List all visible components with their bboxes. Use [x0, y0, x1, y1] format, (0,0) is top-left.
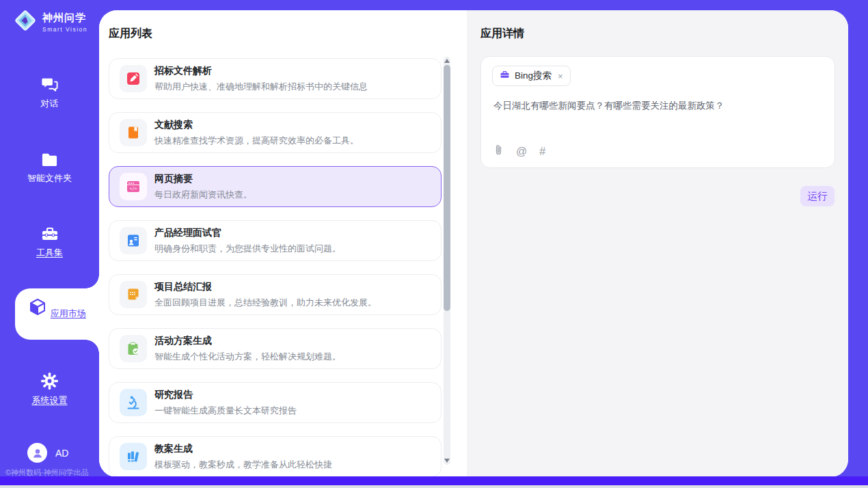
- main-panel: 应用列表 招标文件解析 帮助用户快速、准确地理解和解析招标书中的关键信息 文献搜…: [99, 10, 848, 477]
- app-card-title: 文献搜索: [154, 119, 359, 131]
- active-tab-curve-bottom: [85, 340, 99, 353]
- book-icon: [120, 119, 147, 146]
- app-card-7[interactable]: 教案生成 模板驱动，教案秒成，教学准备从此轻松快捷: [109, 436, 442, 477]
- app-card-2[interactable]: </> 网页摘要 每日政府新闻资讯快查。: [109, 166, 442, 207]
- app-card-desc: 每日政府新闻资讯快查。: [154, 189, 252, 201]
- sidebar-item-toolset[interactable]: 工具集: [0, 225, 99, 259]
- brand-name: 神州问学: [42, 12, 87, 25]
- folder-icon: [0, 151, 99, 168]
- at-icon[interactable]: @: [516, 146, 527, 157]
- app-detail-pane: 应用详情 Bing搜索 × 今日湖北有哪些新闻要点？有哪些需要关注的最新政策？: [467, 10, 848, 477]
- bottom-bar: [0, 476, 868, 485]
- app-card-desc: 一键智能生成高质量长文本研究报告: [154, 405, 297, 417]
- scrollbar-thumb[interactable]: [444, 65, 450, 311]
- interview-icon: [120, 227, 147, 254]
- app-card-desc: 智能生成个性化活动方案，轻松解决规划难题。: [154, 351, 341, 363]
- app-card-desc: 模板驱动，教案秒成，教学准备从此轻松快捷: [154, 459, 332, 471]
- user-account[interactable]: AD: [27, 443, 68, 463]
- prompt-card: Bing搜索 × 今日湖北有哪些新闻要点？有哪些需要关注的最新政策？ @ #: [480, 56, 835, 168]
- brand-logo: 神州问学 Smart Vision: [14, 9, 87, 35]
- app-card-title: 网页摘要: [154, 173, 252, 185]
- app-card-5[interactable]: 活动方案生成 智能生成个性化活动方案，轻松解决规划难题。: [109, 328, 442, 369]
- app-card-title: 招标文件解析: [154, 65, 368, 77]
- app-card-title: 项目总结汇报: [154, 281, 377, 293]
- scroll-down-arrow-icon[interactable]: [444, 459, 450, 463]
- app-card-desc: 快速精准查找学术资源，提高研究效率的必备工具。: [154, 135, 359, 147]
- note-icon: [120, 281, 147, 308]
- avatar: [27, 443, 47, 463]
- app-card-desc: 全面回顾项目进展，总结经验教训，助力未来优化发展。: [154, 297, 377, 309]
- sidebar-item-label: 应用市场: [51, 308, 86, 320]
- sidebar-item-label: 系统设置: [32, 394, 68, 407]
- books-icon: [120, 443, 147, 470]
- app-card-0[interactable]: 招标文件解析 帮助用户快速、准确地理解和解析招标书中的关键信息: [109, 58, 442, 99]
- briefcase-icon: [500, 70, 510, 82]
- sidebar-item-label: 对话: [41, 98, 59, 110]
- clipboard-check-icon: [120, 335, 147, 362]
- active-tab-curve-top: [85, 275, 99, 288]
- app-card-1[interactable]: 文献搜索 快速精准查找学术资源，提高研究效率的必备工具。: [109, 112, 442, 153]
- sidebar: 神州问学 Smart Vision 对话 智能文件夹: [0, 0, 99, 477]
- app-list-title: 应用列表: [109, 27, 152, 41]
- app-card-3[interactable]: 产品经理面试官 明确身份和职责，为您提供专业性的面试问题。: [109, 220, 442, 261]
- app-card-desc: 明确身份和职责，为您提供专业性的面试问题。: [154, 243, 341, 255]
- cube-icon: [28, 307, 50, 318]
- sidebar-item-app-market[interactable]: 应用市场: [15, 288, 99, 340]
- diamond-logo-icon: [14, 9, 37, 35]
- app-card-title: 研究报告: [154, 389, 297, 401]
- chat-icon: [0, 75, 99, 94]
- scrollbar[interactable]: [444, 57, 450, 465]
- sidebar-item-chat[interactable]: 对话: [0, 75, 99, 110]
- paperclip-icon[interactable]: [493, 144, 504, 159]
- sidebar-item-label: 工具集: [36, 247, 63, 259]
- close-icon[interactable]: ×: [558, 71, 563, 81]
- app-card-desc: 帮助用户快速、准确地理解和解析招标书中的关键信息: [154, 81, 368, 93]
- bottom-strip: [0, 485, 868, 488]
- brand-subtitle: Smart Vision: [42, 26, 87, 33]
- gear-icon: [0, 372, 99, 390]
- sidebar-item-settings[interactable]: 系统设置: [0, 372, 99, 407]
- edit-square-icon: [120, 65, 147, 92]
- app-card-title: 产品经理面试官: [154, 227, 341, 239]
- sidebar-item-label: 智能文件夹: [27, 172, 72, 185]
- app-card-title: 活动方案生成: [154, 335, 341, 347]
- prompt-toolbar: @ #: [493, 144, 545, 159]
- app-card-list: 招标文件解析 帮助用户快速、准确地理解和解析招标书中的关键信息 文献搜索 快速精…: [109, 58, 442, 477]
- run-button[interactable]: 运行: [800, 186, 835, 206]
- app-card-title: 教案生成: [154, 443, 332, 455]
- microscope-icon: [120, 389, 147, 416]
- prompt-input[interactable]: 今日湖北有哪些新闻要点？有哪些需要关注的最新政策？: [493, 99, 822, 113]
- toolbox-icon: [0, 225, 99, 243]
- app-list-pane: 应用列表 招标文件解析 帮助用户快速、准确地理解和解析招标书中的关键信息 文献搜…: [99, 10, 467, 477]
- scroll-up-arrow-icon[interactable]: [444, 59, 450, 63]
- svg-text:</>: </>: [129, 186, 137, 191]
- app-card-4[interactable]: 项目总结汇报 全面回顾项目进展，总结经验教训，助力未来优化发展。: [109, 274, 442, 315]
- app-detail-title: 应用详情: [480, 27, 524, 41]
- sidebar-item-smart-folder[interactable]: 智能文件夹: [0, 151, 99, 185]
- browser-code-icon: </>: [120, 173, 147, 200]
- app-card-6[interactable]: 研究报告 一键智能生成高质量长文本研究报告: [109, 382, 442, 423]
- hash-icon[interactable]: #: [539, 146, 545, 157]
- tool-chip-bing-search[interactable]: Bing搜索 ×: [492, 66, 571, 86]
- tool-chip-label: Bing搜索: [515, 70, 552, 82]
- user-name: AD: [55, 448, 68, 459]
